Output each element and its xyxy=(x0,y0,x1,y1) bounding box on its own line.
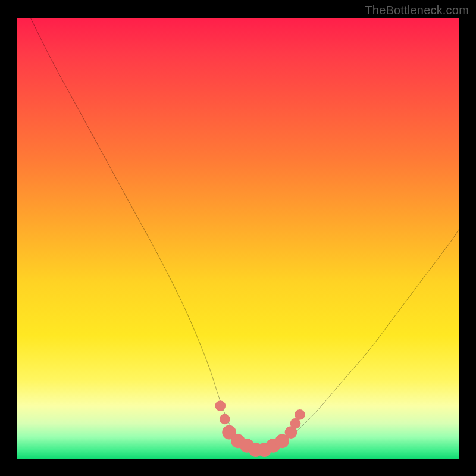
trough-marker xyxy=(295,409,305,420)
plot-area xyxy=(17,18,459,459)
bottleneck-curve xyxy=(30,18,459,450)
attribution-label: TheBottleneck.com xyxy=(365,4,469,17)
trough-markers xyxy=(215,400,305,457)
trough-marker xyxy=(220,414,230,424)
bottleneck-curve-path xyxy=(30,18,459,450)
chart-frame: TheBottleneck.com xyxy=(0,0,476,476)
trough-marker xyxy=(215,400,226,411)
curve-layer xyxy=(17,18,459,459)
